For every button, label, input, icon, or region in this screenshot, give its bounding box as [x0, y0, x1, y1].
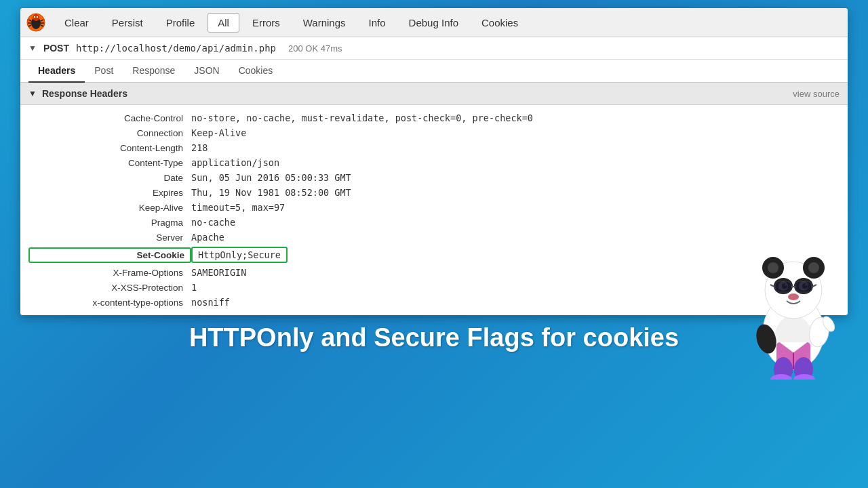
header-name: X-Frame-Options	[28, 268, 191, 278]
section-collapse-icon[interactable]: ▼	[28, 89, 37, 98]
bottom-title: HTTPOnly and Secure Flags for cookies	[189, 323, 679, 352]
header-name: Content-Length	[28, 143, 191, 153]
collapse-button[interactable]: ▼	[28, 43, 37, 53]
header-value: Keep-Alive	[191, 127, 246, 138]
header-row: ExpiresThu, 19 Nov 1981 08:52:00 GMT	[20, 185, 848, 200]
tab-response[interactable]: Response	[123, 60, 184, 83]
header-value: Sun, 05 Jun 2016 05:00:33 GMT	[191, 172, 351, 183]
header-row: Cache-Controlno-store, no-cache, must-re…	[20, 110, 848, 125]
header-row: Pragmano-cache	[20, 215, 848, 230]
toolbar-btn-debug-info[interactable]: Debug Info	[399, 13, 469, 33]
header-name: Pragma	[28, 218, 191, 228]
header-row: X-Frame-OptionsSAMEORIGIN	[20, 265, 848, 280]
header-name: Content-Type	[28, 158, 191, 168]
firebug-logo	[26, 12, 46, 33]
toolbar-btn-all[interactable]: All	[208, 13, 239, 33]
header-name: Keep-Alive	[28, 203, 191, 213]
request-row: ▼ POST http://localhost/demo/api/admin.p…	[20, 37, 848, 60]
header-name: Set-Cookie	[28, 247, 191, 263]
svg-rect-28	[795, 281, 812, 292]
toolbar-btn-warnings[interactable]: Warnings	[293, 13, 356, 33]
toolbar-btn-info[interactable]: Info	[359, 13, 396, 33]
tab-cookies[interactable]: Cookies	[229, 60, 283, 83]
bottom-area: HTTPOnly and Secure Flags for cookies	[20, 323, 848, 352]
header-row: Set-CookieHttpOnly;Secure	[20, 245, 848, 265]
request-status: 200 OK 47ms	[288, 43, 342, 54]
header-value: nosniff	[191, 297, 230, 308]
header-name: x-content-type-options	[28, 298, 191, 308]
header-row: X-XSS-Protection1	[20, 280, 848, 295]
header-value: HttpOnly;Secure	[191, 247, 288, 263]
header-row: ServerApache	[20, 230, 848, 245]
svg-rect-27	[775, 281, 791, 292]
toolbar-btn-cookies[interactable]: Cookies	[471, 13, 528, 33]
header-value: Thu, 19 Nov 1981 08:52:00 GMT	[191, 187, 351, 198]
tab-json[interactable]: JSON	[184, 60, 229, 83]
section-header: ▼ Response Headers view source	[20, 83, 848, 105]
headers-table: Cache-Controlno-store, no-cache, must-re…	[20, 105, 848, 315]
header-row: x-content-type-optionsnosniff	[20, 295, 848, 310]
svg-point-17	[768, 262, 778, 273]
section-title: ▼ Response Headers	[28, 88, 127, 99]
section-title-text: Response Headers	[42, 88, 127, 99]
toolbar-btn-clear[interactable]: Clear	[54, 13, 99, 33]
header-value: 1	[191, 282, 197, 293]
toolbar-btn-persist[interactable]: Persist	[102, 13, 153, 33]
tab-post[interactable]: Post	[85, 60, 123, 83]
header-value: no-cache	[191, 217, 235, 228]
header-row: DateSun, 05 Jun 2016 05:00:33 GMT	[20, 170, 848, 185]
header-value: Apache	[191, 232, 224, 243]
view-source-link[interactable]: view source	[793, 89, 840, 99]
header-name: X-XSS-Protection	[28, 283, 191, 293]
toolbar-btn-errors[interactable]: Errors	[242, 13, 290, 33]
header-name: Connection	[28, 128, 191, 138]
header-value: application/json	[191, 157, 279, 168]
header-row: Content-Length218	[20, 140, 848, 155]
browser-panel: Clear Persist Profile All Errors Warning…	[20, 8, 848, 315]
toolbar-btn-profile[interactable]: Profile	[156, 13, 205, 33]
header-row: ConnectionKeep-Alive	[20, 125, 848, 140]
header-value: 218	[191, 142, 208, 153]
svg-point-3	[33, 14, 39, 21]
header-value: timeout=5, max=97	[191, 202, 285, 213]
content-area: ▼ Response Headers view source Cache-Con…	[20, 83, 848, 315]
svg-point-4	[34, 16, 35, 18]
request-method: POST	[43, 43, 69, 54]
header-row: Content-Typeapplication/json	[20, 155, 848, 170]
header-name: Server	[28, 232, 191, 243]
request-url: http://localhost/demo/api/admin.php	[76, 43, 276, 54]
panda-mascot	[739, 244, 848, 366]
svg-point-18	[808, 262, 819, 273]
tab-headers[interactable]: Headers	[28, 60, 85, 83]
sub-tabs: Headers Post Response JSON Cookies	[20, 60, 848, 83]
svg-point-32	[788, 293, 799, 300]
toolbar: Clear Persist Profile All Errors Warning…	[20, 8, 848, 37]
header-name: Cache-Control	[28, 113, 191, 123]
header-value: no-store, no-cache, must-revalidate, pos…	[191, 113, 533, 123]
header-row: Keep-Alivetimeout=5, max=97	[20, 200, 848, 215]
header-name: Date	[28, 173, 191, 183]
header-value: SAMEORIGIN	[191, 267, 246, 278]
header-name: Expires	[28, 188, 191, 198]
svg-point-5	[37, 16, 38, 18]
